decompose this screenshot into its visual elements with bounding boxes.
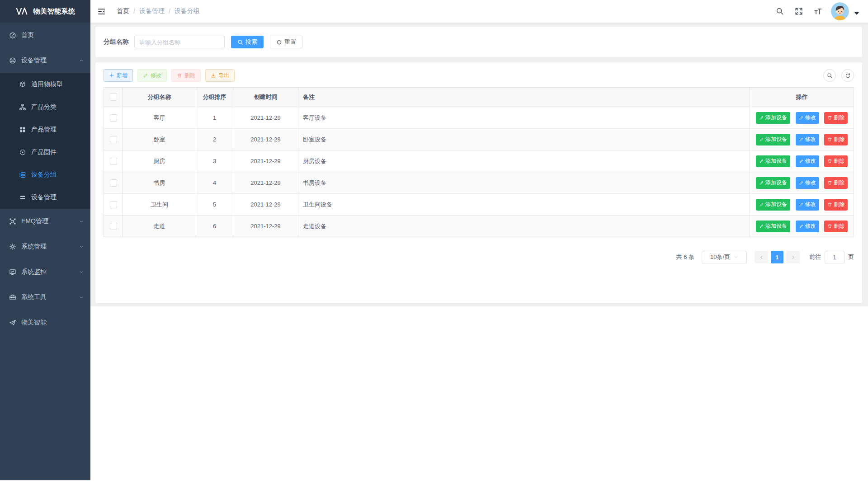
font-size-icon[interactable] xyxy=(814,7,822,15)
pencil-icon xyxy=(759,202,764,207)
cell-created-time: 2021-12-29 xyxy=(233,172,298,194)
page-size-select[interactable]: 10条/页 xyxy=(702,251,747,263)
col-group-name: 分组名称 xyxy=(123,88,196,107)
sidebar-item-device-list[interactable]: 设备管理 xyxy=(0,186,90,209)
sidebar-item-system-monitor[interactable]: 系统监控 xyxy=(0,259,90,285)
delete-row-button[interactable]: 删除 xyxy=(824,112,848,124)
add-device-button[interactable]: 添加设备 xyxy=(756,112,790,124)
delete-row-button[interactable]: 删除 xyxy=(824,155,848,167)
breadcrumb-home[interactable]: 首页 xyxy=(117,7,129,15)
navbar-right xyxy=(765,2,859,20)
sidebar-item-wumei-smart[interactable]: 物美智能 xyxy=(0,310,90,335)
cell-created-time: 2021-12-29 xyxy=(233,129,298,150)
sidebar-item-device-management[interactable]: 设备管理 xyxy=(0,48,90,73)
pencil-icon xyxy=(759,180,764,185)
edit-row-button[interactable]: 修改 xyxy=(796,155,819,167)
pencil-icon xyxy=(759,115,764,120)
pencil-icon xyxy=(799,202,804,207)
table-header-row: 分组名称 分组排序 创建时间 备注 操作 xyxy=(104,88,854,107)
sidebar-item-thing-model[interactable]: 通用物模型 xyxy=(0,73,90,96)
sidebar-item-home[interactable]: 首页 xyxy=(0,23,90,48)
group-name-input[interactable] xyxy=(134,36,225,48)
breadcrumb-device-management[interactable]: 设备管理 xyxy=(139,7,165,15)
edit-row-button[interactable]: 修改 xyxy=(796,221,819,232)
reset-button[interactable]: 重置 xyxy=(270,36,302,48)
add-device-button[interactable]: 添加设备 xyxy=(756,221,790,232)
cell-created-time: 2021-12-29 xyxy=(233,216,298,237)
device-management-submenu: 通用物模型 产品分类 产品管理 产品固件 xyxy=(0,73,90,209)
gear-icon xyxy=(9,243,16,250)
cube-icon xyxy=(19,81,26,88)
cell-group-order: 2 xyxy=(196,129,233,150)
edit-row-button[interactable]: 修改 xyxy=(796,112,819,124)
cell-remark: 客厅设备 xyxy=(298,107,750,129)
edit-row-button[interactable]: 修改 xyxy=(796,199,819,211)
page-1-button[interactable]: 1 xyxy=(771,251,783,263)
delete-row-button[interactable]: 删除 xyxy=(824,221,848,232)
add-button[interactable]: 新增 xyxy=(104,69,133,82)
add-device-button[interactable]: 添加设备 xyxy=(756,155,790,167)
row-checkbox[interactable] xyxy=(110,201,117,208)
sidebar-item-device-group[interactable]: 设备分组 xyxy=(0,164,90,186)
edit-row-button[interactable]: 修改 xyxy=(796,134,819,145)
select-all-checkbox[interactable] xyxy=(110,94,117,101)
sidebar-toggle-icon[interactable] xyxy=(97,7,106,16)
device-group-icon xyxy=(19,171,26,178)
sidebar-item-system-tools[interactable]: 系统工具 xyxy=(0,285,90,310)
page-suffix: 页 xyxy=(848,253,854,261)
device-layers-icon xyxy=(9,57,16,64)
cell-created-time: 2021-12-29 xyxy=(233,150,298,172)
chevron-down-icon xyxy=(734,255,738,259)
row-checkbox[interactable] xyxy=(110,223,117,230)
search-icon[interactable] xyxy=(776,7,784,15)
toggle-search-button[interactable] xyxy=(823,69,836,82)
export-button[interactable]: 导出 xyxy=(205,69,235,82)
logo-icon xyxy=(15,7,29,15)
cell-group-order: 4 xyxy=(196,172,233,194)
cell-remark: 卫生间设备 xyxy=(298,194,750,216)
caret-down-icon[interactable] xyxy=(854,12,859,15)
edit-row-button[interactable]: 修改 xyxy=(796,177,819,189)
sidebar-item-product-firmware[interactable]: 产品固件 xyxy=(0,141,90,164)
delete-row-button[interactable]: 删除 xyxy=(824,177,848,189)
pencil-icon xyxy=(799,159,804,164)
sidebar-item-system-management[interactable]: 系统管理 xyxy=(0,234,90,259)
plus-icon xyxy=(109,73,114,78)
edit-button[interactable]: 修改 xyxy=(137,69,167,82)
trash-icon xyxy=(827,202,832,207)
search-button[interactable]: 搜索 xyxy=(231,36,264,48)
prev-page-button[interactable] xyxy=(755,251,768,263)
search-icon xyxy=(237,39,243,45)
refresh-table-button[interactable] xyxy=(841,69,854,82)
pagination-total: 共 6 条 xyxy=(676,253,694,261)
app-title: 物美智能系统 xyxy=(33,7,75,16)
chevron-down-icon xyxy=(79,295,84,300)
logo[interactable]: 物美智能系统 xyxy=(0,0,90,23)
delete-button[interactable]: 删除 xyxy=(171,69,201,82)
delete-row-button[interactable]: 删除 xyxy=(824,134,848,145)
delete-row-button[interactable]: 删除 xyxy=(824,199,848,211)
cell-remark: 走道设备 xyxy=(298,216,750,237)
paper-plane-icon xyxy=(9,319,16,326)
firmware-target-icon xyxy=(19,149,26,156)
breadcrumb-device-group: 设备分组 xyxy=(175,7,200,15)
fullscreen-icon[interactable] xyxy=(795,7,803,15)
sidebar-item-product-management[interactable]: 产品管理 xyxy=(0,118,90,141)
sidebar-item-product-category[interactable]: 产品分类 xyxy=(0,96,90,118)
add-device-button[interactable]: 添加设备 xyxy=(756,134,790,145)
row-checkbox[interactable] xyxy=(110,136,117,143)
row-checkbox[interactable] xyxy=(110,158,117,165)
goto-page-input[interactable] xyxy=(825,251,844,263)
add-device-button[interactable]: 添加设备 xyxy=(756,199,790,211)
avatar[interactable] xyxy=(831,2,849,20)
cell-remark: 卧室设备 xyxy=(298,129,750,150)
row-checkbox[interactable] xyxy=(110,114,117,122)
device-group-table: 分组名称 分组排序 创建时间 备注 操作 客厅 1 2021-12-29 客厅设… xyxy=(104,87,854,237)
top-navbar: 首页 / 设备管理 / 设备分组 xyxy=(90,0,868,23)
next-page-button[interactable] xyxy=(786,251,800,263)
add-device-button[interactable]: 添加设备 xyxy=(756,177,790,189)
sidebar-item-emq[interactable]: EMQ管理 xyxy=(0,209,90,234)
monitor-icon xyxy=(9,268,16,276)
row-checkbox[interactable] xyxy=(110,179,117,187)
table-row: 卫生间 5 2021-12-29 卫生间设备 添加设备 xyxy=(104,194,854,216)
